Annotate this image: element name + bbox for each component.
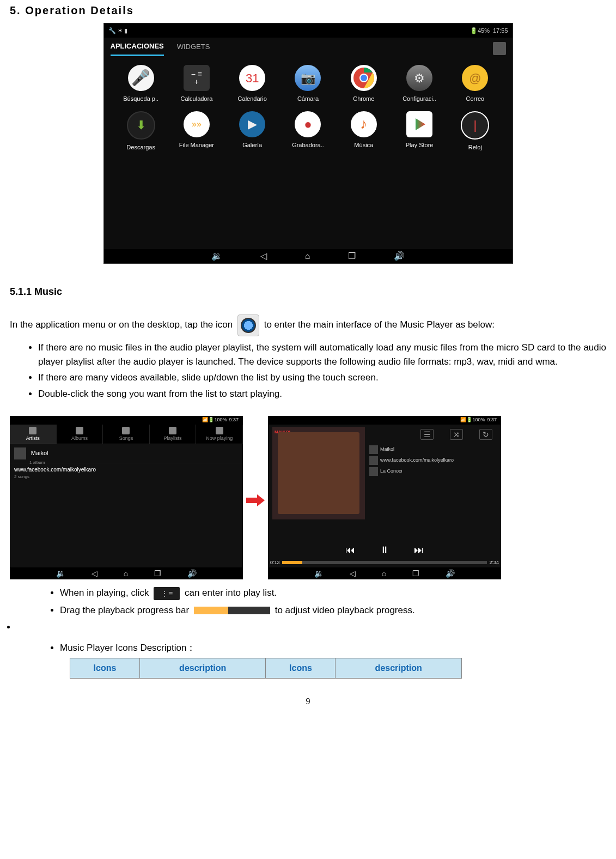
app-label: File Manager (174, 141, 219, 150)
app-search[interactable]: 🎤Búsqueda p.. (118, 65, 164, 104)
music-tabs: ArtistsAlbumsSongsPlaylistsNow playing (10, 425, 243, 444)
app-label: Galería (229, 141, 275, 150)
app-label: Música (341, 141, 387, 150)
music-tab-albums[interactable]: Albums (57, 425, 103, 444)
volume-down-icon[interactable]: 🔉 (211, 250, 222, 263)
app-record[interactable]: ●Grabadora.. (285, 111, 331, 152)
volume-down-icon[interactable]: 🔉 (314, 568, 324, 579)
bullet-progress: Drag the playback progress bar to adjust… (60, 603, 606, 618)
app-label: Chrome (341, 94, 387, 104)
play-controls: ⏮ ⏸ ⏭ (268, 543, 501, 558)
track-meta: Maikol www.facebook.com/maikolyelkaro La… (369, 443, 497, 478)
tab-aplicaciones[interactable]: APLICACIONES (111, 41, 164, 57)
album-art: MAIKOL (272, 427, 365, 519)
file-icon: »» (184, 111, 210, 137)
navbar: 🔉 ◁ ⌂ ❐ 🔊 (104, 249, 513, 263)
home-icon[interactable]: ⌂ (305, 250, 310, 263)
app-mail[interactable]: @Correo (452, 65, 498, 104)
app-label: Reloj (452, 143, 498, 152)
app-download[interactable]: ⬇Descargas (118, 111, 164, 152)
apps-screenshot: 🔧 ✶ ▮ 🔋 45% 17:55 APLICACIONES WIDGETS 🎤… (103, 23, 513, 264)
next-button-icon[interactable]: ⏭ (414, 545, 424, 555)
battery-icon: 🔋 (208, 416, 214, 424)
music-icon: ♪ (351, 111, 377, 137)
tab-icon (216, 427, 223, 434)
prev-button-icon[interactable]: ⏮ (345, 545, 355, 555)
app-label: Calculadora (174, 94, 219, 104)
music-bullets: If there are no music files in the audio… (10, 341, 606, 401)
playlist-button-icon[interactable]: ☰ (420, 429, 434, 440)
app-settings[interactable]: ⚙Configuraci.. (397, 65, 442, 104)
tab-label: Artists (26, 435, 40, 441)
home-icon[interactable]: ⌂ (382, 568, 386, 579)
tab-widgets[interactable]: WIDGETS (177, 41, 210, 56)
progress-bar[interactable]: 0:13 2:34 (268, 559, 501, 567)
music-intro-para: In the application menu or on the deskto… (10, 314, 606, 336)
record-icon: ● (295, 111, 321, 137)
clock-icon: | (461, 111, 489, 140)
status-time: 9:37 (229, 416, 239, 424)
app-play[interactable]: Play Store (397, 111, 442, 152)
album-thumb-icon (369, 456, 378, 465)
app-label: Configuraci.. (397, 94, 442, 104)
app-cam[interactable]: 📷Cámara (285, 65, 331, 104)
song-row[interactable]: www.facebook.com/maikolyelkaro 2 songs (10, 463, 243, 482)
subsection-title: 5.1.1 Music (10, 285, 606, 299)
artist-name: Maikol (31, 450, 48, 456)
music-tab-artists[interactable]: Artists (10, 425, 57, 444)
music-shots-row: 📶 🔋 100% 9:37 ArtistsAlbumsSongsPlaylist… (10, 416, 606, 579)
tab-icon (169, 427, 176, 434)
music-tab-playlists[interactable]: Playlists (150, 425, 197, 444)
battery-text: 45% (478, 26, 490, 35)
song-name: www.facebook.com/maikolyelkaro (14, 467, 96, 473)
mail-icon: @ (462, 65, 488, 91)
app-gallery[interactable]: ▶Galería (229, 111, 275, 152)
after-bullets: When in playing, click ⋮≡ can enter into… (10, 586, 606, 617)
app-label: Correo (452, 94, 498, 104)
th-icons-1: Icons (70, 658, 140, 679)
settings-icon: ⚙ (406, 65, 432, 91)
app-chrome[interactable]: Chrome (341, 65, 387, 104)
volume-up-icon[interactable]: 🔊 (187, 568, 197, 579)
statusbar: 📶 🔋 100% 9:37 (268, 416, 501, 425)
player-toolbar: ☰ ⤨ ↻ (416, 427, 497, 442)
artist-icon (14, 447, 26, 459)
recents-icon[interactable]: ❐ (412, 568, 419, 579)
recents-icon[interactable]: ❐ (154, 568, 161, 579)
app-calc[interactable]: − =+Calculadora (174, 65, 219, 104)
volume-down-icon[interactable]: 🔉 (56, 568, 65, 579)
time-current: 0:13 (270, 559, 280, 567)
repeat-button-icon[interactable]: ↻ (479, 429, 492, 440)
app-file[interactable]: »»File Manager (174, 111, 219, 152)
statusbar: 📶 🔋 100% 9:37 (10, 416, 243, 425)
cam-icon: 📷 (295, 65, 321, 91)
icons-table: Icons description Icons description (70, 658, 462, 679)
music-tab-now-playing[interactable]: Now playing (196, 425, 243, 444)
app-label: Descargas (118, 143, 164, 152)
song-sub: 2 songs (14, 474, 239, 480)
shuffle-button-icon[interactable]: ⤨ (450, 429, 463, 440)
pause-button-icon[interactable]: ⏸ (380, 545, 389, 555)
back-icon[interactable]: ◁ (92, 568, 97, 579)
tab-label: Albums (71, 435, 88, 441)
progress-bar-icon (194, 607, 270, 614)
music-tab-songs[interactable]: Songs (103, 425, 150, 444)
bullet-item: If there are many videos available, slid… (38, 371, 606, 385)
back-icon[interactable]: ◁ (350, 568, 356, 579)
play-icon (406, 111, 432, 137)
back-icon[interactable]: ◁ (260, 250, 267, 263)
calc-icon: − =+ (184, 65, 210, 91)
tab-icon (122, 427, 130, 434)
volume-up-icon[interactable]: 🔊 (446, 568, 455, 579)
app-clock[interactable]: |Reloj (452, 111, 498, 152)
after-bullets-2: Music Player Icons Description： (10, 641, 606, 655)
recents-icon[interactable]: ❐ (348, 250, 356, 263)
home-icon[interactable]: ⌂ (124, 568, 128, 579)
volume-up-icon[interactable]: 🔊 (394, 250, 405, 263)
spacer-bullet-list (10, 620, 606, 634)
th-icons-2: Icons (266, 658, 336, 679)
app-music[interactable]: ♪Música (341, 111, 387, 152)
store-icon[interactable] (493, 42, 506, 55)
app-cal[interactable]: 31Calendario (229, 65, 275, 104)
chrome-icon (351, 65, 377, 91)
